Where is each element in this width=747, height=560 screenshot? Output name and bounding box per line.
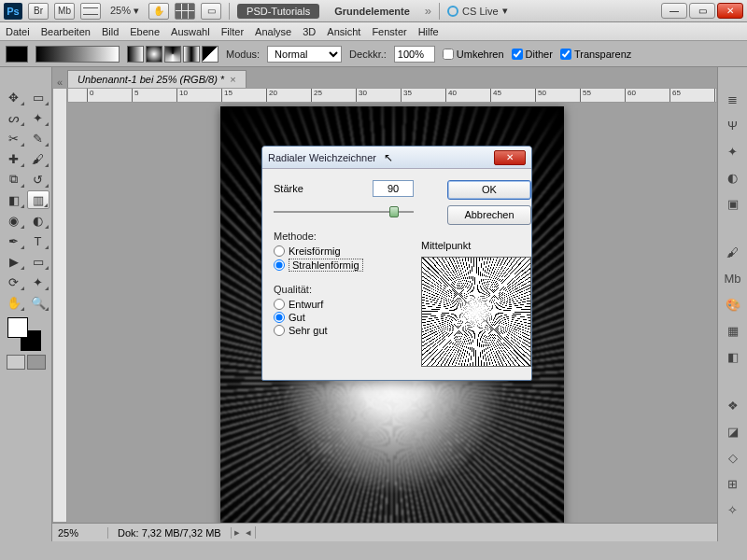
- marquee-tool[interactable]: ▭: [27, 88, 49, 106]
- method-zoom-radio[interactable]: Strahlenförmig: [274, 258, 414, 273]
- ruler-horizontal[interactable]: 0510152025303540455055606570: [67, 88, 717, 103]
- screenmode-button[interactable]: ▭: [201, 3, 221, 20]
- menu-ebene[interactable]: Ebene: [130, 26, 160, 37]
- gradient-tool[interactable]: ▥: [27, 190, 49, 209]
- color-panel-icon[interactable]: 🎨: [723, 295, 743, 314]
- bridge-button[interactable]: Br: [28, 3, 49, 20]
- wand-tool[interactable]: ✦: [27, 108, 49, 127]
- menu-bearbeiten[interactable]: Bearbeiten: [41, 26, 91, 37]
- quickmask-toggle[interactable]: [7, 355, 46, 370]
- workspace-grundelemente[interactable]: Grundelemente: [325, 4, 419, 19]
- ok-button[interactable]: OK: [447, 180, 531, 200]
- path-select-tool[interactable]: ▶: [3, 252, 25, 271]
- move-tool[interactable]: ✥: [3, 88, 25, 106]
- menu-hilfe[interactable]: Hilfe: [418, 26, 439, 37]
- stamp-tool[interactable]: ⧉: [3, 170, 25, 189]
- menu-bild[interactable]: Bild: [102, 26, 119, 37]
- history-panel-icon[interactable]: ≣: [723, 90, 743, 108]
- heal-tool[interactable]: ✚: [3, 149, 25, 168]
- eyedropper-tool[interactable]: ✎: [27, 129, 49, 147]
- tabstrip-chevron[interactable]: «: [52, 77, 67, 88]
- navigator-panel-icon[interactable]: ⊞: [723, 474, 743, 493]
- play-panel-icon[interactable]: ▣: [723, 194, 743, 213]
- shape-tool[interactable]: ▭: [27, 252, 49, 271]
- layers-panel-icon[interactable]: ❖: [723, 396, 743, 414]
- document-tab[interactable]: Unbenannt-1 bei 25% (RGB/8) * ×: [67, 70, 247, 88]
- deck-input[interactable]: [394, 46, 435, 63]
- transparenz-check[interactable]: Transparenz: [560, 49, 631, 60]
- workspace-more[interactable]: »: [425, 4, 431, 18]
- blur-tool[interactable]: ◉: [3, 211, 25, 230]
- dialog-close-button[interactable]: ✕: [494, 150, 526, 165]
- dither-check[interactable]: Dither: [512, 49, 553, 60]
- workspace-psdtutorials[interactable]: PSD-Tutorials: [237, 4, 319, 19]
- cancel-button[interactable]: Abbrechen: [447, 205, 531, 225]
- menu-analyse[interactable]: Analyse: [255, 26, 291, 37]
- view-extras-button[interactable]: [80, 3, 101, 20]
- actions-panel-icon[interactable]: Ψ: [723, 116, 743, 134]
- slider-thumb[interactable]: [389, 206, 399, 217]
- swatches-panel-icon[interactable]: ▦: [723, 321, 743, 340]
- quality-good-radio[interactable]: Gut: [274, 311, 414, 324]
- styles-panel-icon[interactable]: ◧: [723, 347, 743, 366]
- 3d-camera-tool[interactable]: ✦: [27, 273, 49, 291]
- reverse-check[interactable]: Umkehren: [443, 49, 504, 60]
- 3d-tool[interactable]: ⟳: [3, 273, 25, 291]
- menu-filter[interactable]: Filter: [221, 26, 244, 37]
- method-spin-radio[interactable]: Kreisförmig: [274, 245, 414, 258]
- cslive-button[interactable]: CS Live ▾: [447, 5, 508, 17]
- amount-slider[interactable]: [274, 204, 414, 219]
- zoom-tool[interactable]: 🔍: [27, 293, 49, 312]
- pen-tool[interactable]: ✒: [3, 231, 25, 250]
- menu-ansicht[interactable]: Ansicht: [327, 26, 360, 37]
- ruler-tick: 55: [580, 89, 591, 102]
- crop-tool[interactable]: ✂: [3, 129, 25, 147]
- hand-tool[interactable]: ✋: [3, 293, 25, 312]
- menu-3d[interactable]: 3D: [303, 26, 316, 37]
- menu-fenster[interactable]: Fenster: [372, 26, 406, 37]
- arrange-button[interactable]: [175, 3, 195, 20]
- app-logo[interactable]: Ps: [4, 3, 22, 20]
- history-brush-tool[interactable]: ↺: [27, 170, 49, 189]
- menu-datei[interactable]: Datei: [6, 26, 30, 37]
- gradient-diamond[interactable]: [202, 46, 218, 63]
- menu-auswahl[interactable]: Auswahl: [171, 26, 210, 37]
- eraser-tool[interactable]: ◧: [3, 190, 25, 209]
- amount-input[interactable]: [373, 180, 414, 197]
- info-panel-icon[interactable]: ✧: [723, 500, 743, 519]
- lasso-tool[interactable]: ᔕ: [3, 108, 25, 127]
- quality-draft-radio[interactable]: Entwurf: [274, 298, 414, 311]
- quality-best-radio[interactable]: Sehr gut: [274, 324, 414, 337]
- dialog-titlebar[interactable]: Radialer Weichzeichner ↖ ✕: [262, 147, 531, 169]
- ruler-vertical[interactable]: [52, 88, 67, 523]
- tool-preset[interactable]: [6, 46, 28, 63]
- brush-panel-icon[interactable]: 🖌: [723, 243, 743, 261]
- window-close[interactable]: ✕: [717, 3, 743, 19]
- status-zoom[interactable]: 25%: [52, 527, 108, 539]
- gradient-linear[interactable]: [127, 46, 144, 63]
- hand-button[interactable]: ✋: [148, 3, 169, 20]
- brush-tool[interactable]: 🖌: [27, 149, 49, 168]
- adjustments-panel-icon[interactable]: ◐: [723, 168, 743, 187]
- minibridge-button[interactable]: Mb: [54, 3, 75, 20]
- minibridge-panel-icon[interactable]: Mb: [723, 269, 743, 287]
- gradient-radial[interactable]: [146, 46, 162, 63]
- zoom-dropdown[interactable]: 25% ▾: [106, 5, 143, 17]
- close-tab-icon[interactable]: ×: [230, 74, 235, 85]
- paths-panel-icon[interactable]: ◇: [723, 448, 743, 467]
- dodge-tool[interactable]: ◐: [27, 211, 49, 230]
- window-maximize[interactable]: ▭: [689, 3, 715, 19]
- blur-center-preview[interactable]: [421, 257, 531, 367]
- properties-panel-icon[interactable]: ✦: [723, 142, 743, 161]
- hscroll-left[interactable]: ◂: [243, 526, 256, 539]
- gradient-reflected[interactable]: [183, 46, 200, 63]
- modus-select[interactable]: Normal: [267, 46, 342, 63]
- foreground-color[interactable]: [7, 317, 28, 338]
- gradient-preview[interactable]: [35, 46, 120, 63]
- channels-panel-icon[interactable]: ◪: [723, 422, 743, 441]
- color-swatches[interactable]: [7, 317, 41, 351]
- window-minimize[interactable]: —: [661, 3, 687, 19]
- status-docinfo[interactable]: Dok: 7,32 MB/7,32 MB: [108, 527, 232, 539]
- gradient-angle[interactable]: [164, 46, 181, 63]
- type-tool[interactable]: T: [27, 231, 49, 250]
